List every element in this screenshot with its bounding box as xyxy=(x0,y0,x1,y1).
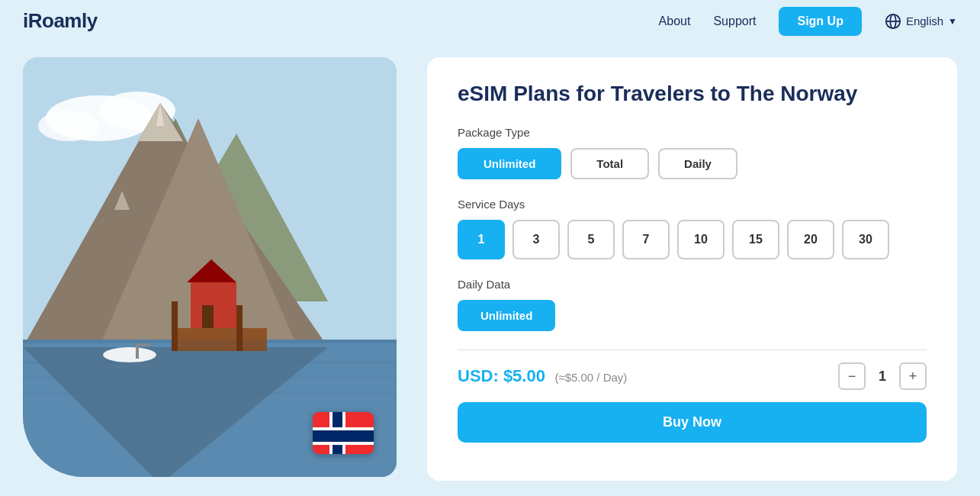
about-link[interactable]: About xyxy=(659,14,691,28)
package-type-buttons: Unlimited Total Daily xyxy=(458,148,927,179)
nav: About Support Sign Up English ▼ xyxy=(659,7,957,36)
day-20-button[interactable]: 20 xyxy=(787,220,834,259)
day-7-button[interactable]: 7 xyxy=(622,220,670,259)
signup-button[interactable]: Sign Up xyxy=(779,7,861,36)
day-3-button[interactable]: 3 xyxy=(512,220,560,259)
quantity-value: 1 xyxy=(875,369,890,385)
service-days-grid: 1 3 5 7 10 15 20 30 xyxy=(458,220,927,259)
package-type-section: Package Type Unlimited Total Daily xyxy=(458,126,927,179)
svg-rect-16 xyxy=(172,301,178,351)
daily-data-unlimited-button[interactable]: Unlimited xyxy=(458,300,555,331)
svg-rect-23 xyxy=(136,343,151,346)
day-15-button[interactable]: 15 xyxy=(732,220,779,259)
buy-now-button[interactable]: Buy Now xyxy=(458,402,927,443)
day-30-button[interactable]: 30 xyxy=(842,220,889,259)
pkg-daily-button[interactable]: Daily xyxy=(658,148,737,179)
main-content: eSIM Plans for Travelers to The Norway P… xyxy=(0,42,980,496)
svg-rect-17 xyxy=(236,305,243,351)
price-amount: USD: $5.00 xyxy=(458,366,545,385)
norway-flag-icon xyxy=(313,412,374,454)
header: iRoamly About Support Sign Up English ▼ xyxy=(0,0,980,42)
service-days-label: Service Days xyxy=(458,198,927,211)
destination-image-container xyxy=(23,57,397,481)
quantity-decrease-button[interactable]: − xyxy=(838,362,866,390)
day-5-button[interactable]: 5 xyxy=(567,220,615,259)
globe-icon xyxy=(885,13,901,30)
product-content: eSIM Plans for Travelers to The Norway P… xyxy=(427,57,957,481)
svg-rect-20 xyxy=(202,305,214,328)
price-display: USD: $5.00 (≈$5.00 / Day) xyxy=(458,366,627,386)
support-link[interactable]: Support xyxy=(713,14,756,28)
pkg-unlimited-button[interactable]: Unlimited xyxy=(458,148,561,179)
svg-point-6 xyxy=(38,111,99,141)
day-10-button[interactable]: 10 xyxy=(677,220,725,259)
quantity-increase-button[interactable]: + xyxy=(899,362,927,390)
service-days-section: Service Days 1 3 5 7 10 15 20 30 xyxy=(458,198,927,259)
pkg-total-button[interactable]: Total xyxy=(570,148,649,179)
package-type-label: Package Type xyxy=(458,126,927,139)
language-selector[interactable]: English ▼ xyxy=(885,13,957,30)
daily-data-section: Daily Data Unlimited xyxy=(458,278,927,331)
svg-point-21 xyxy=(103,347,156,362)
svg-rect-15 xyxy=(175,328,267,351)
quantity-control: − 1 + xyxy=(838,362,927,390)
price-per-day: (≈$5.00 / Day) xyxy=(554,371,627,384)
language-label: English xyxy=(906,14,943,27)
price-row: USD: $5.00 (≈$5.00 / Day) − 1 + xyxy=(458,349,927,390)
logo: iRoamly xyxy=(23,9,98,33)
country-flag xyxy=(313,412,374,454)
day-1-button[interactable]: 1 xyxy=(458,220,505,259)
page-title: eSIM Plans for Travelers to The Norway xyxy=(458,80,927,108)
chevron-down-icon: ▼ xyxy=(948,16,957,27)
destination-image xyxy=(23,57,397,477)
daily-data-label: Daily Data xyxy=(458,278,927,291)
